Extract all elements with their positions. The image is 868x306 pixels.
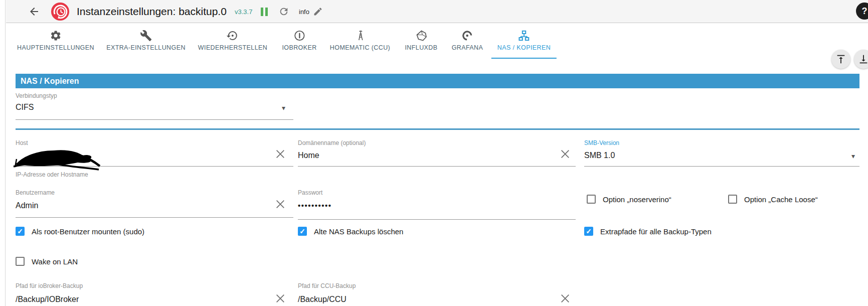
smb-version-label: SMB-Version — [584, 139, 619, 146]
tab-label: GRAFANA — [452, 44, 483, 51]
tab-label: EXTRA-EINSTELLUNGEN — [106, 44, 186, 51]
checkbox-label: Extrapfade für alle Backup-Typen — [600, 227, 712, 236]
ccu-backup-path-input[interactable]: /Backup/CCU — [298, 295, 346, 304]
iobroker-backup-path-label: Pfad für ioBroker-Backup — [16, 282, 83, 289]
tab-label: HOMEMATIC (CCU) — [330, 44, 390, 51]
tabbar: HAUPTEINSTELLUNGEN EXTRA-EINSTELLUNGEN W… — [6, 24, 868, 59]
iobroker-path-clear-button[interactable] — [276, 294, 285, 303]
ccu-path-clear-button[interactable] — [561, 294, 570, 303]
tab-label: NAS / KOPIEREN — [497, 44, 551, 51]
field-underline — [298, 219, 576, 220]
username-input[interactable]: Admin — [16, 201, 38, 210]
tab-wiederherstellen[interactable]: WIEDERHERSTELLEN — [192, 28, 273, 58]
pause-instance-button[interactable] — [261, 0, 268, 23]
checkbox-box: ✓ — [16, 227, 25, 236]
username-label: Benutzername — [16, 189, 55, 196]
checkbox-box: ✓ — [298, 227, 307, 236]
tab-label: HAUPTEINSTELLUNGEN — [17, 44, 94, 51]
edit-title-button[interactable] — [313, 0, 323, 23]
window-left-border — [5, 0, 6, 306]
back-button[interactable] — [28, 0, 40, 23]
tab-label: WIEDERHERSTELLEN — [198, 44, 267, 51]
field-underline — [298, 166, 576, 167]
backitup-logo — [51, 0, 70, 23]
pause-icon — [265, 8, 268, 16]
host-helper-text: IP-Adresse oder Hostname — [16, 171, 88, 178]
smb-version-select[interactable]: SMB 1.0 — [584, 151, 615, 160]
ccu-backup-path-label: Pfad für CCU-Backup — [298, 282, 356, 289]
checkmark-icon: ✓ — [299, 228, 305, 235]
checkbox-root-mount[interactable]: ✓ Als root-Benutzer mounten (sudo) — [16, 227, 144, 236]
instance-mode-label: info — [299, 0, 309, 23]
close-icon — [561, 294, 570, 303]
pause-icon — [261, 8, 263, 16]
host-clear-button[interactable] — [276, 149, 285, 159]
close-icon — [561, 149, 570, 159]
pencil-icon — [313, 7, 323, 17]
checkbox-label: Als root-Benutzer mounten (sudo) — [32, 227, 144, 236]
collapse-all-button[interactable] — [854, 50, 868, 69]
tab-haupteinstellungen[interactable]: HAUPTEINSTELLUNGEN — [11, 28, 100, 58]
question-mark-icon: ? — [862, 6, 867, 17]
username-clear-button[interactable] — [276, 200, 285, 209]
refresh-icon — [278, 6, 289, 17]
field-underline — [584, 166, 859, 167]
refresh-button[interactable] — [278, 0, 289, 23]
checkbox-label: Alte NAS Backups löschen — [314, 227, 403, 236]
domain-input[interactable]: Home — [298, 151, 319, 160]
verbindungstyp-label: Verbindungstyp — [16, 92, 57, 99]
checkbox-cache-loose[interactable]: ✓ Option „Cache Loose“ — [728, 195, 818, 204]
host-label: Host — [16, 139, 28, 146]
gear-icon — [17, 28, 94, 42]
checkbox-box: ✓ — [587, 195, 596, 204]
tab-iobroker[interactable]: IOBROKER — [276, 28, 322, 58]
verbindungstyp-select[interactable]: CIFS — [16, 103, 34, 112]
domain-label: Domänenname (optional) — [298, 139, 366, 146]
checkbox-box: ✓ — [728, 195, 737, 204]
checkbox-label: Option „Cache Loose“ — [744, 195, 818, 204]
arrow-to-top-icon — [835, 54, 846, 65]
tab-homematic-ccu[interactable]: HOMEMATIC (CCU) — [324, 28, 396, 58]
wrench-icon — [106, 28, 186, 42]
field-underline — [16, 217, 293, 218]
backup-clock-icon — [51, 2, 70, 21]
checkbox-wake-on-lan[interactable]: ✓ Wake on LAN — [16, 257, 78, 266]
restore-icon — [198, 28, 267, 42]
tab-nas-kopieren[interactable]: NAS / KOPIEREN — [491, 28, 557, 59]
help-button[interactable]: ? — [856, 3, 868, 20]
checkbox-delete-old-backups[interactable]: ✓ Alte NAS Backups löschen — [298, 227, 403, 236]
redaction-scribble — [13, 146, 113, 171]
arrow-back-icon — [28, 6, 40, 18]
chevron-down-icon[interactable]: ▾ — [282, 104, 285, 112]
checkbox-noserverino[interactable]: ✓ Option „noserverino“ — [587, 195, 671, 204]
close-icon — [276, 149, 285, 159]
section-header: NAS / Kopieren — [16, 74, 859, 88]
influxdb-icon — [405, 28, 437, 42]
version-badge: v3.3.7 — [235, 0, 252, 23]
page-title: Instanzeinstellungen: backitup.0 — [77, 0, 227, 23]
tab-grafana[interactable]: GRAFANA — [446, 28, 489, 58]
tab-label: IOBROKER — [282, 44, 316, 51]
close-icon — [276, 200, 285, 209]
titlebar: Instanzeinstellungen: backitup.0 v3.3.7 … — [6, 0, 868, 23]
expand-all-button[interactable] — [831, 50, 850, 69]
checkbox-label: Option „noserverino“ — [603, 195, 671, 204]
checkbox-extra-paths[interactable]: ✓ Extrapfade für alle Backup-Typen — [584, 227, 712, 236]
tab-influxdb[interactable]: INFLUXDB — [399, 28, 443, 58]
password-label: Passwort — [298, 189, 322, 196]
checkbox-box: ✓ — [16, 257, 25, 266]
checkbox-box: ✓ — [584, 227, 593, 236]
network-icon — [497, 28, 551, 42]
iobroker-icon — [282, 28, 316, 42]
close-icon — [276, 294, 285, 303]
iobroker-backup-path-input[interactable]: /Backup/IOBroker — [16, 295, 79, 304]
tab-extra-einstellungen[interactable]: EXTRA-EINSTELLUNGEN — [100, 28, 192, 58]
instance-settings-window: Instanzeinstellungen: backitup.0 v3.3.7 … — [0, 0, 868, 306]
password-input[interactable]: •••••••••• — [298, 201, 332, 210]
checkmark-icon: ✓ — [17, 228, 23, 235]
grafana-icon — [452, 28, 483, 42]
checkbox-label: Wake on LAN — [32, 257, 78, 266]
chevron-down-icon[interactable]: ▾ — [851, 152, 855, 160]
section-divider — [16, 128, 859, 130]
domain-clear-button[interactable] — [561, 149, 570, 159]
